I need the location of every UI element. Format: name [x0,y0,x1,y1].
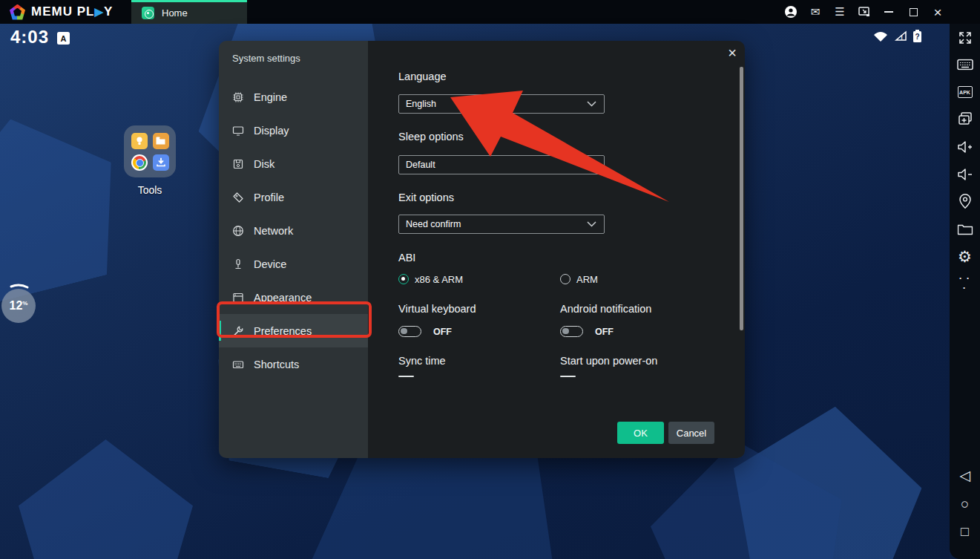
shared-folder-button[interactable] [957,223,973,235]
memu-play-window: 4:03 A ! ? [0,0,980,559]
sleep-options-dropdown[interactable]: Default [398,155,605,174]
start-upon-power-on-partial-toggle[interactable] [560,376,576,377]
abi-label: ABI [398,252,415,264]
memu-pentagon-logo-icon [10,4,25,20]
virtual-keyboard-button[interactable] [957,59,973,71]
android-back-button[interactable]: ◁ [959,468,970,483]
nav-label: Engine [254,91,287,103]
chevron-down-icon [587,221,596,227]
nav-label: Device [254,258,286,270]
minimize-button[interactable] [882,5,895,19]
downloads-app-icon[interactable] [153,154,169,171]
window-icon [232,292,244,304]
globe-icon [232,225,244,237]
settings-gear-button[interactable]: ⚙ [958,249,972,264]
tab-home[interactable]: Home [131,0,247,24]
menu-button[interactable]: ☰ [833,5,846,19]
tools-folder[interactable] [124,125,176,177]
home-tab-app-icon [142,7,154,19]
signal-alert-icon: ! [893,30,908,42]
nav-item-profile[interactable]: Profile [219,180,368,214]
android-recents-button[interactable]: □ [961,525,969,538]
loading-progress-badge: 12% [0,272,53,340]
wrench-icon [232,325,244,337]
play-triangle-icon: ▶ [94,5,104,18]
nav-item-display[interactable]: Display [219,114,368,147]
app-logo-text: MEMU PL▶Y [31,4,113,19]
flashlight-app-icon[interactable] [131,133,148,149]
window-controls: ✉ ☰ × [784,0,944,24]
nav-item-engine[interactable]: Engine [219,80,368,114]
multi-instance-button[interactable] [958,112,973,125]
account-button[interactable] [784,5,798,19]
sleep-options-value: Default [406,160,435,170]
nav-label: Preferences [254,325,312,337]
chip-icon [232,91,244,103]
messages-button[interactable]: ✉ [809,5,822,19]
nav-item-device[interactable]: Device [219,247,368,281]
microphone-icon [232,258,244,270]
sync-time-label: Sync time [398,355,446,367]
ok-button[interactable]: OK [617,422,664,444]
status-bar-icons: ! ? [873,30,921,42]
exit-options-dropdown[interactable]: Need confirm [398,215,605,234]
chevron-down-icon [587,101,596,107]
nav-item-shortcuts[interactable]: Shortcuts [219,347,368,381]
side-toolbar: ‹‹‹ APK ⚙ · · · ◁ ○ □ [950,0,980,559]
abi-option1-label: x86 & ARM [415,274,463,285]
chrome-app-icon[interactable] [131,154,148,171]
nav-item-appearance[interactable]: Appearance [219,281,368,314]
nav-label: Appearance [254,292,312,304]
radio-unselected-icon[interactable] [560,274,570,284]
maximize-button[interactable] [907,5,920,19]
volume-up-button[interactable] [957,141,973,154]
sync-time-partial-toggle[interactable] [398,376,414,377]
abi-radio-arm[interactable]: ARM [560,273,598,285]
fullscreen-button[interactable] [958,30,973,45]
android-notification-toggle[interactable] [560,326,583,337]
nav-label: Profile [254,192,284,203]
floppy-disk-icon [232,158,244,170]
exit-options-label: Exit options [398,192,454,203]
nav-label: Disk [254,158,274,170]
boss-key-button[interactable] [858,5,871,19]
install-apk-button[interactable]: APK [958,86,973,98]
android-notification-toggle-row: OFF [560,326,614,337]
cancel-button[interactable]: Cancel [668,422,714,444]
clock: 4:03 [10,27,49,48]
language-dropdown[interactable]: English [398,94,605,114]
ime-keyboard-badge: A [57,32,70,45]
monitor-icon [232,125,244,137]
location-button[interactable] [958,194,971,209]
virtual-keyboard-toggle[interactable] [398,326,421,337]
progress-arc [0,272,53,340]
language-value: English [406,99,436,109]
virtual-keyboard-state: OFF [433,327,452,337]
android-home-button[interactable]: ○ [961,497,969,511]
nav-label: Network [254,225,293,237]
nav-item-network[interactable]: Network [219,214,368,247]
virtual-keyboard-toggle-row: OFF [398,326,452,337]
more-options-button[interactable]: · · · [957,273,973,292]
nav-item-disk[interactable]: Disk [219,147,368,180]
abi-radio-x86-arm[interactable]: x86 & ARM [398,273,463,285]
language-label: Language [398,71,447,82]
home-tab-label: Home [162,7,188,19]
settings-sidebar: System settings Engine Display Disk Prof… [219,41,368,458]
sleep-options-label: Sleep options [398,131,464,143]
svg-text:!: ! [901,33,903,41]
settings-nav: Engine Display Disk Profile Network [219,80,368,381]
window-titlebar: MEMU PL▶Y Home ✉ ☰ × [0,0,980,24]
close-button[interactable]: × [931,5,944,19]
start-upon-power-on-label: Start upon power-on [560,355,657,367]
file-manager-app-icon[interactable] [153,133,169,149]
tag-icon [232,192,244,203]
dialog-close-button[interactable]: × [728,45,737,60]
radio-selected-icon[interactable] [398,274,409,284]
dialog-scrollbar[interactable] [740,67,743,330]
app-logo: MEMU PL▶Y [0,4,113,20]
system-settings-dialog: System settings Engine Display Disk Prof… [219,41,745,458]
nav-item-preferences[interactable]: Preferences [219,314,368,347]
battery-question-icon: ? [913,30,921,42]
volume-down-button[interactable] [957,169,973,181]
